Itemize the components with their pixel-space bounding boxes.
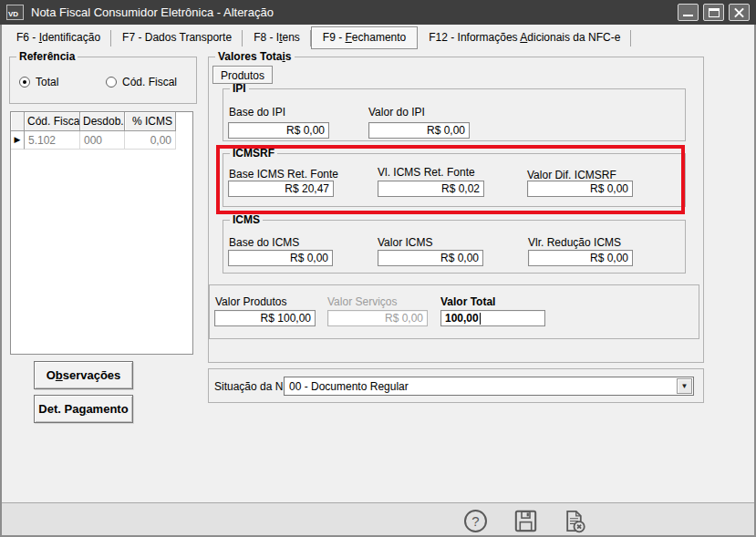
cell-desdob: 000 xyxy=(80,131,125,150)
grid-header: Cód. Fiscal Desdob. % ICMS xyxy=(11,112,192,131)
tab-f12-informacoes-adicionais[interactable]: F12 - Informações Adicionais da NFC-e xyxy=(418,26,631,49)
text-cursor xyxy=(480,313,481,325)
valor-produtos-field[interactable]: R$ 100,00 xyxy=(214,310,316,326)
row-indicator-cell: ▶ xyxy=(11,131,25,150)
vl-icms-ret-fonte-field[interactable]: R$ 0,02 xyxy=(378,181,484,197)
base-icms-ret-fonte-label: Base ICMS Ret. Fonte xyxy=(229,168,338,181)
titlebar: VD Nota Fiscal Consumidor Eletrônica - A… xyxy=(0,0,756,25)
base-icms-field[interactable]: R$ 0,00 xyxy=(228,250,333,266)
valor-icms-label: Valor ICMS xyxy=(378,236,432,249)
cell-cod-fiscal: 5.102 xyxy=(25,131,80,150)
radio-cod-fiscal[interactable]: Cód. Fiscal xyxy=(106,76,177,88)
maximize-icon xyxy=(709,8,720,17)
tab-f6-identificacao[interactable]: F6 - Identificação xyxy=(5,26,111,49)
valor-dif-icmsrf-field[interactable]: R$ 0,00 xyxy=(527,181,633,197)
grid-indicator-header xyxy=(11,112,25,131)
ipi-groupbox: IPI Base do IPI R$ 0,00 Valor do IPI R$ … xyxy=(223,88,686,141)
base-ipi-field[interactable]: R$ 0,00 xyxy=(228,122,329,139)
observacoes-button[interactable]: Observações xyxy=(34,361,133,389)
radio-unselected-icon xyxy=(106,77,117,88)
icms-group-title: ICMS xyxy=(230,213,263,226)
grid-header-icms: % ICMS xyxy=(125,112,176,131)
vl-icms-ret-fonte-label: Vl. ICMS Ret. Fonte xyxy=(378,166,475,179)
fiscal-grid[interactable]: Cód. Fiscal Desdob. % ICMS ▶ 5.102 000 0… xyxy=(10,111,193,355)
vd-app-icon-label: VD xyxy=(8,11,18,18)
save-button[interactable] xyxy=(513,509,538,533)
radio-selected-icon xyxy=(19,77,30,88)
window-title: Nota Fiscal Consumidor Eletrônica - Alte… xyxy=(31,5,678,19)
cancel-document-button[interactable] xyxy=(562,509,586,533)
valor-produtos-label: Valor Produtos xyxy=(215,295,287,308)
valores-totais-group-title: Valores Totais xyxy=(215,50,295,63)
vd-app-icon: VD xyxy=(6,5,24,20)
icmsrf-groupbox: ICMSRF Base ICMS Ret. Fonte R$ 20,47 Vl.… xyxy=(223,153,686,207)
tab-f7-dados-transporte[interactable]: F7 - Dados Transporte xyxy=(111,26,243,49)
icmsrf-group-title: ICMSRF xyxy=(230,147,277,160)
chevron-down-icon: ▼ xyxy=(681,382,689,390)
valor-servicos-field[interactable]: R$ 0,00 xyxy=(327,310,428,326)
ipi-group-title: IPI xyxy=(230,82,249,95)
combo-dropdown-button[interactable]: ▼ xyxy=(677,378,692,394)
minimize-button[interactable] xyxy=(678,4,699,21)
vlr-reducao-icms-label: Vlr. Redução ICMS xyxy=(528,236,621,249)
situacao-panel: Situação da NF: 00 - Documento Regular ▼ xyxy=(208,368,704,403)
tab-f9-fechamento[interactable]: F9 - Fechamento xyxy=(311,26,418,49)
window-controls xyxy=(678,4,750,21)
radio-total[interactable]: Total xyxy=(19,76,58,88)
table-row[interactable]: ▶ 5.102 000 0,00 xyxy=(11,131,192,150)
referencia-groupbox: Referência Total Cód. Fiscal xyxy=(9,57,197,104)
grid-header-cod-fiscal: Cód. Fiscal xyxy=(25,112,80,131)
tab-bar: F6 - Identificação F7 - Dados Transporte… xyxy=(5,26,631,49)
valor-icms-field[interactable]: R$ 0,00 xyxy=(378,250,483,266)
bottom-toolbar: ? xyxy=(0,502,756,537)
save-icon xyxy=(513,509,538,533)
row-indicator-icon: ▶ xyxy=(15,135,21,144)
vlr-reducao-icms-field[interactable]: R$ 0,00 xyxy=(528,250,633,266)
icms-groupbox: ICMS Base do ICMS R$ 0,00 Valor ICMS R$ … xyxy=(223,220,686,274)
valor-ipi-label: Valor do IPI xyxy=(368,106,425,119)
situacao-label: Situação da NF: xyxy=(214,380,293,393)
cell-icms: 0,00 xyxy=(125,131,176,150)
referencia-group-title: Referência xyxy=(16,50,78,63)
base-icms-ret-fonte-field[interactable]: R$ 20,47 xyxy=(228,181,334,197)
help-button[interactable]: ? xyxy=(463,509,488,533)
valor-ipi-field[interactable]: R$ 0,00 xyxy=(368,122,470,139)
valor-total-label: Valor Total xyxy=(440,295,495,308)
maximize-button[interactable] xyxy=(703,4,724,21)
valor-dif-icmsrf-label: Valor Dif. ICMSRF xyxy=(527,169,616,181)
base-icms-label: Base do ICMS xyxy=(229,236,299,249)
radio-cod-fiscal-label: Cód. Fiscal xyxy=(122,76,177,88)
situacao-combobox[interactable]: 00 - Documento Regular ▼ xyxy=(284,377,694,396)
close-icon xyxy=(730,5,749,20)
app-window: VD Nota Fiscal Consumidor Eletrônica - A… xyxy=(0,0,756,537)
valor-total-field[interactable]: 100,00 xyxy=(440,310,545,326)
base-ipi-label: Base do IPI xyxy=(229,106,285,119)
situacao-selected-value: 00 - Documento Regular xyxy=(289,380,409,393)
totais-panel: Valor Produtos R$ 100,00 Valor Serviços … xyxy=(209,284,699,339)
help-icon: ? xyxy=(464,510,487,532)
close-button[interactable] xyxy=(729,4,750,21)
tab-f8-itens[interactable]: F8 - Itens xyxy=(243,26,311,49)
valor-servicos-label: Valor Serviços xyxy=(327,295,397,308)
tab-separator xyxy=(630,30,631,46)
det-pagamento-button[interactable]: Det. Pagamento xyxy=(34,395,133,423)
grid-header-desdob: Desdob. xyxy=(80,112,125,131)
minimize-icon xyxy=(683,15,693,16)
cancel-document-icon xyxy=(562,509,586,533)
tab-produtos[interactable]: Produtos xyxy=(212,66,273,84)
radio-total-label: Total xyxy=(36,76,58,88)
